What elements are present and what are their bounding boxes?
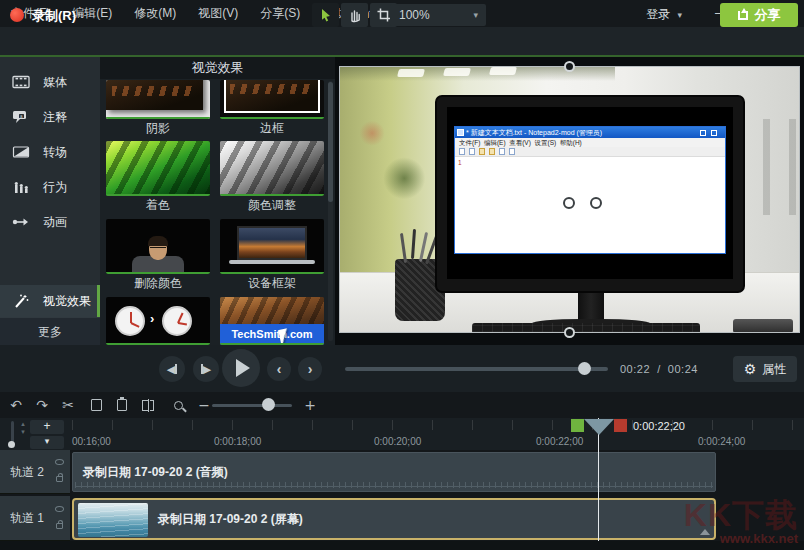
sidebar-item-transitions[interactable]: 转场 (0, 137, 100, 167)
properties-button[interactable]: ⚙ 属性 (733, 356, 797, 382)
center-handle-left[interactable] (563, 197, 575, 209)
ruler-label: 0:00:20;00 (374, 436, 421, 447)
timeline-zoom-button[interactable] (166, 392, 190, 418)
record-icon[interactable] (10, 8, 24, 22)
canvas-zoom-value: 100% (399, 8, 430, 22)
effect-clip-speed-thumbnail: › (106, 297, 210, 345)
sidebar-item-animations[interactable]: 动画 (0, 207, 100, 237)
canvas-zoom-dropdown[interactable]: 100% ▾ (390, 4, 486, 26)
step-back-button[interactable]: ◀ (159, 356, 185, 382)
step-forward-button[interactable]: ▶ (193, 356, 219, 382)
sidebar-item-behaviors[interactable]: 行为 (0, 172, 100, 202)
hand-icon (347, 7, 363, 23)
expand-icon[interactable] (700, 529, 710, 535)
login-label: 登录 (646, 7, 670, 21)
chevron-down-icon: ▾ (677, 10, 682, 20)
playhead-time: 0:00:22;20 (633, 420, 685, 432)
trackpad (733, 319, 793, 332)
share-button[interactable]: 分享 (720, 3, 798, 27)
sidebar-item-annotations[interactable]: a 注释 (0, 102, 100, 132)
cursor-arrow-icon (318, 7, 334, 23)
track-height-slider-thumb[interactable] (8, 441, 15, 448)
sidebar-item-label: 媒体 (43, 74, 67, 91)
screen-clip-selected[interactable]: 录制日期 17-09-20 2 (屏幕) (72, 498, 716, 540)
effect-device-frame-thumbnail (220, 219, 324, 274)
lock-icon[interactable] (56, 523, 63, 529)
seek-slider-thumb[interactable] (578, 362, 591, 375)
effects-scrollbar-thumb[interactable] (328, 82, 333, 202)
preview-canvas[interactable]: * 新建文本文档.txt - Notepad2-mod (管理员) 文件(F) … (339, 66, 800, 333)
seek-slider[interactable] (345, 367, 608, 371)
playhead-line[interactable] (598, 418, 599, 541)
zoom-in-button[interactable]: + (298, 392, 322, 418)
share-label: 分享 (755, 6, 781, 24)
timeline-toolbar: ↶ ↷ ✂ − + (0, 392, 804, 418)
resize-handle-top[interactable] (564, 61, 575, 72)
playhead-in-handle[interactable] (571, 419, 584, 432)
audio-waveform (75, 482, 713, 488)
ruler-ticks (72, 420, 804, 430)
timeline-bottom-strip (0, 541, 804, 550)
menu-view[interactable]: 视图(V) (187, 5, 249, 22)
hanging-lamp (443, 68, 471, 76)
sidebar-item-label: 行为 (43, 179, 67, 196)
sidebar-item-media[interactable]: 媒体 (0, 67, 100, 97)
ruler-label: 0:00:18;00 (214, 436, 261, 447)
timeline-zoom-slider[interactable] (212, 404, 292, 407)
previous-clip-button[interactable]: ‹ (267, 357, 291, 381)
track-name: 轨道 1 (10, 510, 44, 527)
monitor: * 新建文本文档.txt - Notepad2-mod (管理员) 文件(F) … (435, 95, 745, 293)
audio-clip[interactable]: 录制日期 17-09-20 2 (音频) (72, 452, 716, 492)
add-track-button[interactable]: + (30, 420, 64, 434)
track-name: 轨道 2 (10, 463, 44, 480)
effect-label: 颜色调整 (220, 196, 324, 214)
play-icon (236, 359, 250, 377)
next-clip-button[interactable]: › (298, 357, 322, 381)
lock-icon[interactable] (56, 476, 63, 482)
effects-scrollbar[interactable] (328, 81, 333, 341)
sidebar-item-label: 动画 (43, 214, 67, 231)
chevron-down-icon: ▾ (45, 436, 50, 446)
notepad-menubar: 文件(F) 编辑(E) 查看(V) 设置(S) 帮助(H) (455, 138, 725, 147)
notepad-titlebar: * 新建文本文档.txt - Notepad2-mod (管理员) (455, 127, 725, 138)
magnifier-icon (174, 401, 183, 410)
playhead-marker[interactable] (584, 419, 614, 435)
pan-tool-button[interactable] (341, 3, 368, 27)
monitor-screen: * 新建文本文档.txt - Notepad2-mod (管理员) 文件(F) … (447, 107, 733, 279)
effect-label: 阴影 (106, 119, 210, 137)
eye-icon[interactable] (55, 506, 64, 512)
copy-button[interactable] (84, 392, 108, 418)
sidebar-more-button[interactable]: 更多 (0, 317, 100, 345)
redo-button[interactable]: ↷ (30, 392, 54, 418)
play-button[interactable] (222, 349, 260, 387)
chevron-down-icon: ▾ (473, 4, 478, 26)
eye-icon[interactable] (55, 459, 64, 465)
collapse-tracks-button[interactable]: ▾ (30, 436, 64, 449)
login-button[interactable]: 登录 ▾ (646, 6, 682, 23)
menu-share[interactable]: 分享(S) (249, 5, 311, 22)
time-separator: / (657, 363, 661, 375)
center-handle-right[interactable] (590, 197, 602, 209)
gear-icon: ⚙ (744, 361, 757, 377)
sidebar-item-visual-effects[interactable]: 视觉效果 (0, 285, 100, 317)
clip-thumbnail (78, 503, 148, 537)
cut-button[interactable]: ✂ (56, 392, 80, 418)
hanging-lamp (397, 69, 425, 77)
resize-handle-bottom[interactable] (564, 327, 575, 338)
transition-icon (12, 144, 30, 160)
effect-border-thumbnail (220, 80, 324, 119)
select-tool-button[interactable] (312, 3, 339, 27)
record-button[interactable]: 录制(R) (32, 7, 76, 25)
sidebar: 媒体 a 注释 转场 行为 动画 视觉效果 更多 (0, 57, 100, 345)
playhead-out-handle[interactable] (614, 419, 627, 432)
menu-modify[interactable]: 修改(M) (123, 5, 187, 22)
timeline-zoom-thumb[interactable] (262, 398, 275, 411)
paste-button[interactable] (110, 392, 134, 418)
main-toolbar (0, 27, 804, 57)
split-button[interactable] (136, 392, 160, 418)
share-icon (738, 11, 748, 20)
copy-icon (91, 399, 102, 411)
timecode: 00:22 / 00:24 (620, 363, 698, 375)
timeline: 00:16;00 0:00:18;00 0:00:20;00 0:00:22;0… (0, 418, 804, 550)
undo-button[interactable]: ↶ (4, 392, 28, 418)
